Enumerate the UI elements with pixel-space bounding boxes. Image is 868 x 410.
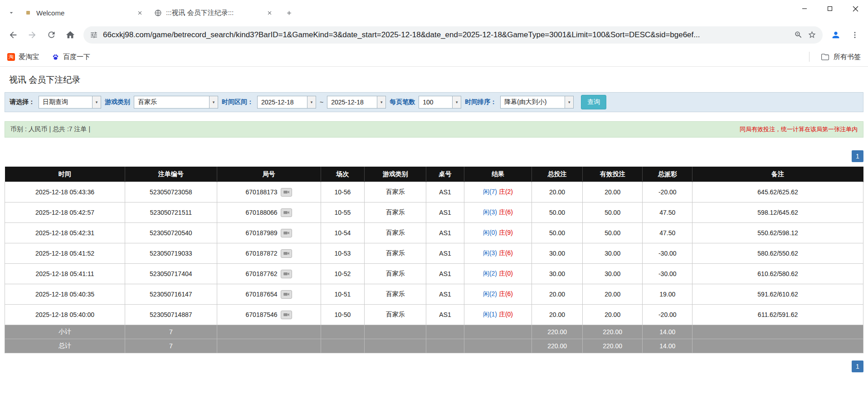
date-start-select[interactable]: 2025-12-18 ▾ — [257, 96, 316, 109]
address-bar[interactable]: 66cxkj98.com/game/betrecord_search/kind3… — [83, 26, 823, 44]
chevron-down-icon[interactable]: ▾ — [565, 96, 573, 108]
replay-video-icon[interactable] — [281, 249, 292, 258]
cell-total-bet[interactable]: 30.00 — [532, 264, 583, 284]
mode-label: 请选择： — [10, 98, 35, 106]
result-player: 闲(3) — [483, 208, 497, 216]
cell-total-bet[interactable]: 20.00 — [532, 182, 583, 203]
profile-icon[interactable] — [827, 26, 844, 44]
empty-cell — [321, 339, 365, 353]
cell-bet-id: 523050716147 — [125, 284, 217, 305]
cell-total-bet[interactable]: 20.00 — [532, 305, 583, 325]
cell-payout: 19.00 — [643, 284, 692, 305]
table-row: 2025-12-18 05:41:11523050717404670187762… — [5, 264, 863, 284]
reload-icon[interactable] — [43, 26, 60, 44]
cell-note: 580.62/550.62 — [692, 243, 863, 264]
cell-game-type: 百家乐 — [365, 203, 426, 223]
result-banker: 庄(6) — [499, 208, 513, 216]
url-text[interactable]: 66cxkj98.com/game/betrecord_search/kind3… — [103, 30, 789, 40]
close-tab-icon[interactable] — [135, 8, 145, 18]
cell-payout: 47.50 — [643, 223, 692, 243]
cell-bet-id: 523050714887 — [125, 305, 217, 325]
replay-video-icon[interactable] — [281, 290, 292, 299]
table-row: 2025-12-18 05:43:36523050723058670188173… — [5, 182, 863, 203]
round-number: 670188173 — [246, 188, 278, 196]
tab-welcome[interactable]: Welcome — [19, 3, 149, 22]
home-icon[interactable] — [62, 26, 79, 44]
close-tab-icon[interactable] — [264, 8, 275, 18]
forward-icon[interactable] — [24, 26, 41, 44]
date-end-select[interactable]: 2025-12-18 ▾ — [327, 96, 386, 109]
column-header: 桌号 — [426, 167, 464, 182]
round-number: 670187872 — [246, 250, 278, 257]
result-banker: 庄(2) — [499, 188, 513, 195]
chevron-down-icon[interactable]: ▾ — [377, 96, 385, 108]
chevron-down-icon[interactable]: ▾ — [92, 96, 101, 108]
cell-bet-id: 523050717404 — [125, 264, 217, 284]
cell-result: 闲(3) 庄(6) — [464, 243, 532, 264]
cell-table-no: AS1 — [426, 182, 464, 203]
close-window-icon[interactable] — [843, 0, 868, 17]
zoom-icon[interactable] — [794, 30, 803, 39]
tab-list-chevron-icon[interactable] — [4, 3, 19, 22]
range-separator: ~ — [320, 99, 323, 106]
replay-video-icon[interactable] — [281, 229, 292, 237]
replay-video-icon[interactable] — [281, 188, 292, 197]
all-bookmarks[interactable]: 所有书签 — [809, 52, 861, 62]
cell-round: 670187872 — [217, 243, 321, 264]
cell-note: 610.62/580.62 — [692, 264, 863, 284]
cell-session: 10-54 — [321, 223, 365, 243]
cell-round: 670187762 — [217, 264, 321, 284]
cell-valid-bet: 30.00 — [582, 243, 643, 264]
cell-note: 550.62/598.12 — [692, 223, 863, 243]
bookmark-star-icon[interactable] — [808, 30, 816, 39]
empty-cell — [321, 325, 365, 339]
date-range-label: 时间区间： — [222, 98, 254, 106]
cell-table-no: AS1 — [426, 264, 464, 284]
chevron-down-icon[interactable]: ▾ — [307, 96, 316, 108]
maximize-icon[interactable] — [817, 0, 843, 17]
replay-video-icon[interactable] — [281, 270, 292, 278]
menu-dots-icon[interactable] — [846, 26, 863, 44]
cell-total-bet[interactable]: 20.00 — [532, 284, 583, 305]
cell-table-no: AS1 — [426, 203, 464, 223]
game-type-select[interactable]: 百家乐 ▾ — [134, 96, 218, 109]
cell-total-bet[interactable]: 30.00 — [532, 243, 583, 264]
empty-cell — [365, 339, 426, 353]
result-banker: 庄(9) — [499, 229, 513, 236]
mode-select[interactable]: 日期查询 ▾ — [39, 96, 101, 109]
per-page-select[interactable]: 100 ▾ — [419, 96, 461, 109]
new-tab-button[interactable] — [281, 5, 297, 20]
cell-valid-bet: 30.00 — [582, 264, 643, 284]
column-header: 场次 — [321, 167, 365, 182]
replay-video-icon[interactable] — [281, 311, 292, 319]
result-player: 闲(3) — [483, 249, 497, 257]
chevron-down-icon[interactable]: ▾ — [209, 96, 218, 108]
pagination-top: 1 — [5, 150, 863, 162]
pagination-bottom: 1 — [5, 361, 863, 372]
cell-total-bet[interactable]: 50.00 — [532, 223, 583, 243]
search-button[interactable]: 查询 — [581, 95, 606, 109]
site-info-tune-icon[interactable] — [90, 31, 98, 39]
cell-game-type: 百家乐 — [365, 223, 426, 243]
empty-cell — [426, 339, 464, 353]
page-1-button[interactable]: 1 — [852, 361, 863, 372]
cell-note: 598.12/645.62 — [692, 203, 863, 223]
page-1-button[interactable]: 1 — [852, 150, 863, 162]
cell-total-bet[interactable]: 50.00 — [532, 203, 583, 223]
tab-bet-record[interactable]: :::视讯 会员下注纪录::: — [149, 3, 278, 22]
back-icon[interactable] — [5, 26, 22, 44]
bookmark-baidu[interactable]: 百度一下 — [52, 53, 90, 61]
cell-time: 2025-12-18 05:43:36 — [5, 182, 125, 203]
taobao-icon: 淘 — [7, 53, 15, 61]
cell-round: 670188173 — [217, 182, 321, 203]
bookmark-taobao[interactable]: 淘 爱淘宝 — [7, 53, 39, 61]
sort-select[interactable]: 降幕(由大到小) ▾ — [500, 96, 574, 109]
minimize-icon[interactable] — [792, 0, 817, 17]
cell-valid-bet: 50.00 — [582, 223, 643, 243]
chevron-down-icon[interactable]: ▾ — [452, 96, 461, 108]
cell-table-no: AS1 — [426, 243, 464, 264]
cell-session: 10-55 — [321, 203, 365, 223]
cell-game-type: 百家乐 — [365, 264, 426, 284]
replay-video-icon[interactable] — [281, 208, 292, 217]
cell-session: 10-56 — [321, 182, 365, 203]
